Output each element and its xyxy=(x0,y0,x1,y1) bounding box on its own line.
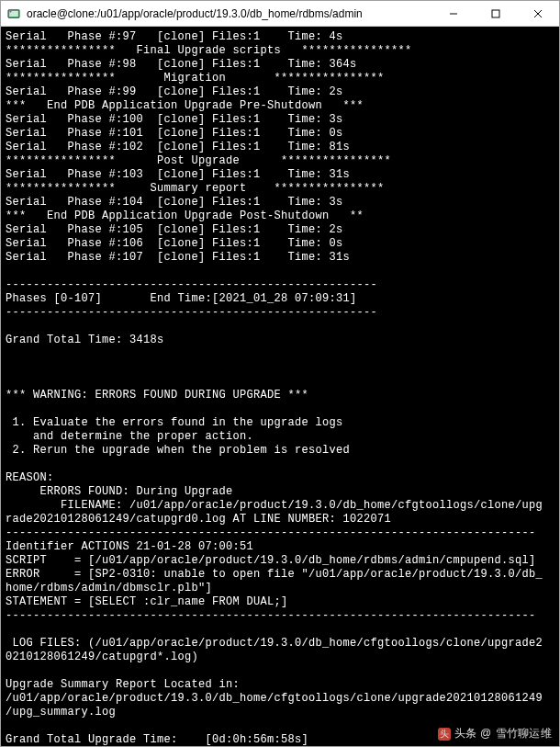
svg-rect-2 xyxy=(10,11,12,12)
watermark-at: 头条 @ xyxy=(454,727,492,741)
app-icon xyxy=(6,6,21,21)
close-button[interactable] xyxy=(517,1,559,27)
titlebar: oracle@clone:/u01/app/oracle/product/19.… xyxy=(1,1,559,27)
watermark-name: 雪竹聊运维 xyxy=(496,727,553,741)
svg-rect-4 xyxy=(492,10,499,17)
window-title: oracle@clone:/u01/app/oracle/product/19.… xyxy=(27,7,432,20)
maximize-button[interactable] xyxy=(475,1,517,27)
watermark-icon: 头 xyxy=(438,728,451,741)
terminal[interactable]: Serial Phase #:97 [clone] Files:1 Time: … xyxy=(1,27,559,746)
watermark: 头头条 @雪竹聊运维 xyxy=(438,727,552,741)
app-window: oracle@clone:/u01/app/oracle/product/19.… xyxy=(0,0,560,747)
minimize-button[interactable] xyxy=(432,1,475,27)
window-buttons xyxy=(432,1,559,27)
